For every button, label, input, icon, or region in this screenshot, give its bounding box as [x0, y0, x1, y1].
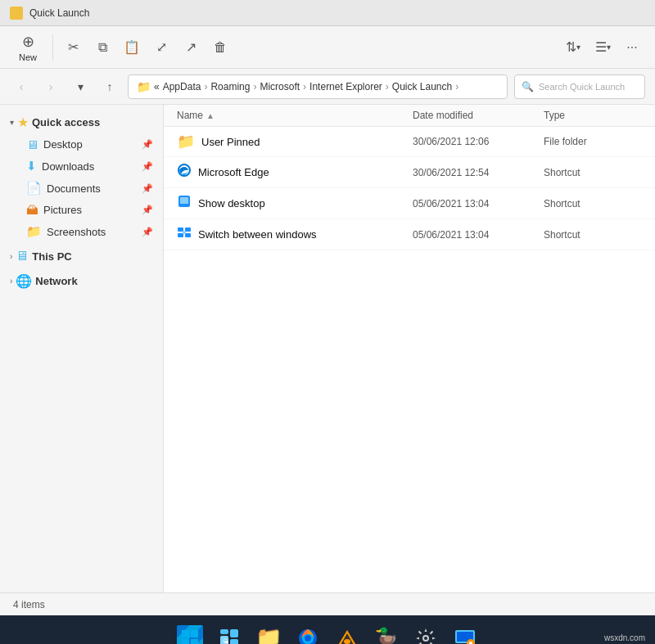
up-button[interactable]: ↑	[98, 75, 121, 98]
sort-button[interactable]: ⇅ ▾	[560, 34, 586, 61]
this-pc-header[interactable]: › 🖥 This PC	[3, 245, 160, 267]
file-type-0: File folder	[544, 136, 642, 147]
more-button[interactable]: ···	[619, 34, 645, 61]
sidebar-item-downloads[interactable]: ⬇ Downloads 📌	[3, 155, 160, 177]
file-row-0[interactable]: 📁 User Pinned 30/06/2021 12:06 File fold…	[164, 127, 655, 157]
col-date-header[interactable]: Date modified	[413, 110, 544, 121]
documents-icon: 📄	[26, 181, 42, 196]
taskbar-explorer-button[interactable]: 📁	[251, 620, 287, 645]
downloads-icon: ⬇	[26, 159, 37, 173]
taskbar-start-button[interactable]	[172, 620, 208, 645]
share-button[interactable]: ↗	[178, 34, 204, 61]
svg-rect-16	[230, 639, 238, 645]
file-name-text-2: Show desktop	[198, 197, 265, 209]
file-row-1[interactable]: Microsoft Edge 30/06/2021 12:54 Shortcut	[164, 157, 655, 188]
cut-button[interactable]: ✂	[60, 34, 86, 61]
file-row-3[interactable]: Switch between windows 05/06/2021 13:04 …	[164, 219, 655, 250]
firefox-icon	[295, 625, 321, 645]
search-box[interactable]: 🔍 Search Quick Launch	[514, 74, 645, 99]
svg-point-23	[344, 639, 350, 644]
path-sep-3: ›	[303, 81, 306, 92]
this-pc-icon: 🖥	[16, 249, 29, 263]
svg-point-20	[305, 635, 311, 642]
paste-button[interactable]: 📋	[119, 34, 145, 61]
forward-button[interactable]: ›	[39, 75, 62, 98]
svg-rect-9	[182, 630, 189, 637]
view-button[interactable]: ☰ ▾	[590, 34, 616, 61]
path-sep-5: ›	[455, 81, 458, 92]
back-button[interactable]: ‹	[10, 75, 33, 98]
unknown-app-icon: 🦆	[373, 625, 400, 645]
quick-access-header[interactable]: ▾ ★ Quick access	[3, 111, 160, 133]
pin-icon-pictures: 📌	[142, 205, 153, 215]
taskbar-settings-button[interactable]	[408, 620, 444, 645]
sidebar-item-documents[interactable]: 📄 Documents 📌	[3, 178, 160, 199]
pin-icon-downloads: 📌	[142, 161, 153, 172]
network-icon: 🌐	[16, 273, 32, 289]
view-icon: ☰	[595, 39, 607, 55]
path-part-0: «	[154, 81, 160, 92]
content-area: ▾ ★ Quick access 🖥 Desktop 📌 ⬇ Downloads…	[0, 105, 655, 592]
status-bar: 4 items	[0, 592, 655, 615]
sidebar-item-desktop[interactable]: 🖥 Desktop 📌	[3, 134, 160, 155]
file-row-2[interactable]: Show desktop 05/06/2021 13:04 Shortcut	[164, 188, 655, 219]
network-section: › 🌐 Network	[0, 270, 163, 292]
svg-rect-7	[185, 233, 191, 237]
toolbar: ⊕ New ✂ ⧉ 📋 ⤢ ↗ 🗑 ⇅ ▾ ☰ ▾ ···	[0, 26, 655, 69]
taskbar-firefox-button[interactable]	[290, 620, 326, 645]
file-type-3: Shortcut	[544, 229, 642, 241]
address-path[interactable]: 📁 « AppData › Roaming › Microsoft › Inte…	[128, 74, 508, 99]
file-name-text-0: User Pinned	[201, 136, 260, 148]
screenshots-icon: 📁	[26, 224, 42, 239]
recent-button[interactable]: ▾	[69, 75, 92, 98]
file-type-1: Shortcut	[544, 167, 642, 178]
documents-label: Documents	[47, 182, 101, 195]
title-bar-text: Quick Launch	[29, 7, 89, 19]
col-date-label: Date modified	[413, 110, 473, 121]
taskbar-widgets-button[interactable]: 🌤	[211, 620, 247, 645]
path-sep-4: ›	[386, 81, 389, 92]
rename-button[interactable]: ⤢	[148, 34, 174, 61]
col-name-header[interactable]: Name ▲	[177, 110, 413, 121]
file-name-text-3: Switch between windows	[198, 228, 317, 241]
file-name-text-1: Microsoft Edge	[198, 166, 269, 178]
sidebar-item-screenshots[interactable]: 📁 Screenshots 📌	[3, 221, 160, 242]
svg-rect-10	[191, 630, 198, 637]
taskbar-display-button[interactable]	[447, 620, 483, 645]
file-icon-0: 📁	[177, 133, 195, 151]
path-microsoft: Microsoft	[260, 81, 300, 92]
new-button[interactable]: ⊕ New	[10, 29, 46, 65]
sidebar: ▾ ★ Quick access 🖥 Desktop 📌 ⬇ Downloads…	[0, 105, 164, 592]
svg-rect-14	[230, 629, 238, 637]
windows-logo-icon	[177, 625, 203, 645]
taskbar-right-area: wsxdn.com	[604, 633, 645, 642]
expand-icon: ▾	[10, 118, 14, 127]
title-bar-icon	[10, 7, 23, 20]
sort-icon: ⇅	[566, 39, 576, 55]
search-placeholder: Search Quick Launch	[539, 82, 625, 92]
delete-button[interactable]: 🗑	[207, 34, 233, 61]
taskbar-vlc-button[interactable]	[329, 620, 365, 645]
more-icon: ···	[626, 40, 637, 55]
network-header[interactable]: › 🌐 Network	[3, 270, 160, 292]
file-date-3: 05/06/2021 13:04	[413, 229, 544, 241]
file-type-2: Shortcut	[544, 198, 642, 209]
svg-rect-11	[182, 639, 189, 645]
svg-point-27	[424, 637, 427, 640]
path-appdata: AppData	[163, 81, 201, 92]
file-icon-1	[177, 163, 192, 182]
file-date-2: 05/06/2021 13:04	[413, 198, 544, 209]
sidebar-item-pictures[interactable]: 🏔 Pictures 📌	[3, 200, 160, 220]
taskbar-unknown-button[interactable]: 🦆	[368, 620, 404, 645]
desktop-label: Desktop	[43, 138, 83, 151]
display-settings-icon	[452, 625, 478, 645]
copy-button[interactable]: ⧉	[89, 34, 115, 61]
star-icon: ★	[17, 115, 29, 130]
items-count: 4 items	[13, 599, 45, 610]
path-sep-2: ›	[253, 81, 256, 92]
pictures-label: Pictures	[43, 204, 82, 216]
file-list-header: Name ▲ Date modified Type	[164, 105, 655, 127]
path-quicklaunch: Quick Launch	[392, 81, 452, 92]
col-type-header[interactable]: Type	[544, 110, 642, 121]
svg-rect-13	[220, 629, 228, 634]
